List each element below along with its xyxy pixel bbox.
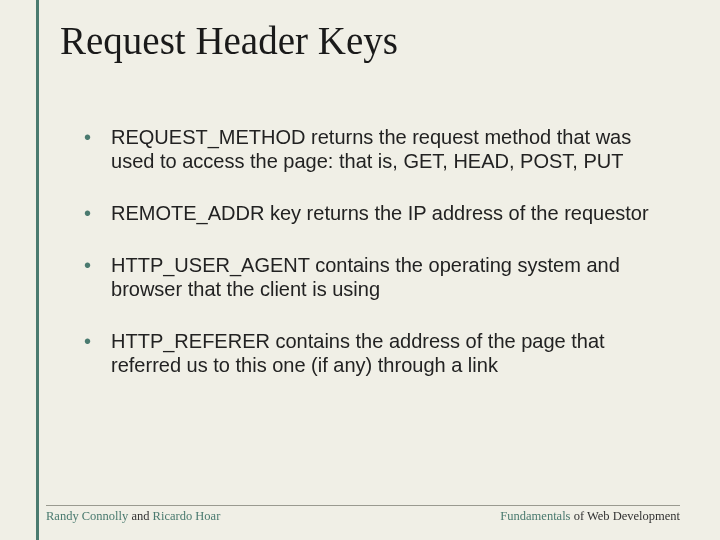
bullet-icon: • <box>84 201 91 225</box>
bullet-text: HTTP_USER_AGENT contains the operating s… <box>111 253 670 301</box>
book-title-first-word: Fundamentals <box>500 509 570 523</box>
bullet-icon: • <box>84 125 91 173</box>
bullet-text: HTTP_REFERER contains the address of the… <box>111 329 670 377</box>
list-item: • REQUEST_METHOD returns the request met… <box>84 125 670 173</box>
list-item: • HTTP_REFERER contains the address of t… <box>84 329 670 377</box>
bullet-text: REMOTE_ADDR key returns the IP address o… <box>111 201 649 225</box>
accent-bar <box>36 0 39 540</box>
slide-title: Request Header Keys <box>60 18 680 63</box>
footer-divider <box>46 505 680 506</box>
footer-right: Fundamentals of Web Development <box>500 509 680 524</box>
list-item: • REMOTE_ADDR key returns the IP address… <box>84 201 670 225</box>
author-name: Ricardo Hoar <box>153 509 221 523</box>
book-title-rest: of Web Development <box>571 509 681 523</box>
bullet-icon: • <box>84 329 91 377</box>
bullet-icon: • <box>84 253 91 301</box>
list-item: • HTTP_USER_AGENT contains the operating… <box>84 253 670 301</box>
bullet-list: • REQUEST_METHOD returns the request met… <box>84 125 670 377</box>
footer: Randy Connolly and Ricardo Hoar Fundamen… <box>46 509 680 524</box>
author-name: Randy Connolly <box>46 509 128 523</box>
bullet-text: REQUEST_METHOD returns the request metho… <box>111 125 670 173</box>
footer-connector: and <box>128 509 152 523</box>
footer-left: Randy Connolly and Ricardo Hoar <box>46 509 220 524</box>
